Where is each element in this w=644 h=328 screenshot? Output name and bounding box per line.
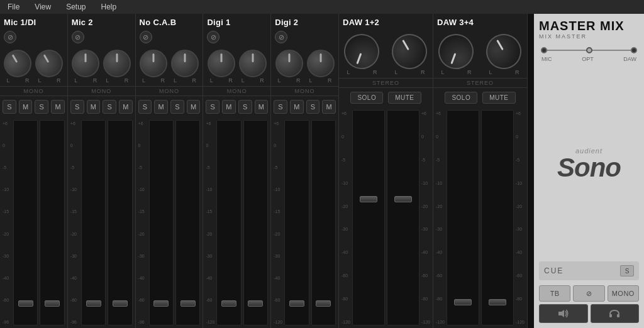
fader-handle-nocab-l[interactable]	[153, 300, 169, 307]
fader-handle-mic2-l[interactable]	[86, 300, 101, 307]
fader-area-daw12: +60-5-10-20-30-40-60-80-120 +60-5-10-20-…	[339, 107, 433, 328]
mute-btn-daw12[interactable]: MUTE	[388, 92, 421, 104]
fader-rail-daw12-l[interactable]	[352, 110, 385, 325]
cue-label: CUE	[544, 266, 564, 275]
solo-btn-mic2-r[interactable]: S	[103, 100, 116, 114]
fader-rail-nocab-r[interactable]	[175, 120, 200, 325]
knob-left-nocab[interactable]	[140, 50, 167, 77]
channel-header-mic1di: Mic 1/DI ⊘	[0, 14, 67, 45]
channel-digi1: Digi 1 ⊘ LR LR MONO	[203, 14, 271, 328]
solo-btn-mic2-l[interactable]: S	[70, 100, 84, 114]
mute-btn-mic2-r[interactable]: M	[119, 100, 133, 114]
fader-handle-mic2-r[interactable]	[113, 300, 128, 307]
solo-btn-daw34[interactable]: SOLO	[445, 92, 477, 104]
mute-btn-mic1di-l[interactable]: M	[19, 100, 33, 114]
solo-btn-mic1di-l[interactable]: S	[3, 100, 16, 114]
fader-handle-daw12-r[interactable]	[394, 196, 412, 202]
fader-rail-digi2-l[interactable]	[284, 120, 309, 325]
channel-digi2: Digi 2 ⊘ LR LR MONO	[271, 14, 339, 328]
phase-button-mic1di-l[interactable]: ⊘	[4, 31, 16, 43]
knob-right-daw34[interactable]	[480, 28, 528, 75]
knob-left-daw12[interactable]	[340, 29, 385, 74]
fader-rail-mic1di-l[interactable]	[13, 120, 38, 325]
fader-rail-mic2-r[interactable]	[108, 120, 132, 325]
knob-right-nocab[interactable]	[171, 50, 199, 77]
fader-handle-daw12-l[interactable]	[360, 196, 377, 202]
solo-btn-nocab-l[interactable]: S	[138, 100, 152, 114]
fader-handle-mic1di-r[interactable]	[45, 300, 60, 307]
knob-left-digi2[interactable]	[275, 50, 303, 77]
monitor-button[interactable]	[539, 304, 588, 323]
menu-setup[interactable]: Setup	[64, 1, 88, 13]
mono-button[interactable]: MONO	[608, 285, 639, 302]
mute-btn-digi1-r[interactable]: M	[255, 100, 269, 114]
phase-button-digi1[interactable]: ⊘	[207, 31, 219, 43]
fader-rail-digi1-r[interactable]	[243, 120, 268, 325]
fader-rail-mic2-l[interactable]	[81, 120, 106, 325]
solo-btn-digi1-r[interactable]: S	[238, 100, 252, 114]
fader-handle-daw34-r[interactable]	[489, 299, 506, 305]
solo-btn-digi1-l[interactable]: S	[206, 100, 219, 114]
fader-rail-nocab-l[interactable]	[149, 120, 174, 325]
menu-help[interactable]: Help	[99, 1, 119, 13]
knob-right-digi1[interactable]	[239, 50, 267, 77]
fader-rail-mic1di-r[interactable]	[40, 120, 64, 325]
knob-r-daw34: LR	[486, 34, 521, 75]
knob-right-daw12[interactable]	[386, 28, 433, 75]
fader-rail-digi2-r[interactable]	[311, 120, 336, 325]
fader-handle-digi2-r[interactable]	[316, 300, 331, 307]
source-dot-daw[interactable]	[631, 47, 637, 53]
phase-button-mic2[interactable]: ⊘	[72, 31, 84, 43]
source-dot-opt[interactable]	[586, 47, 592, 53]
fader-rail-digi1-l[interactable]	[216, 120, 241, 325]
menu-view[interactable]: View	[32, 1, 53, 13]
phase-button-digi2[interactable]: ⊘	[275, 31, 287, 43]
channel-daw34: DAW 3+4 LR LR STEREO SOLO MUTE	[433, 14, 528, 328]
scrollbar[interactable]	[528, 14, 534, 328]
channel-header-daw34: DAW 3+4	[433, 14, 527, 29]
solo-btn-digi2-l[interactable]: S	[274, 100, 287, 114]
fader-rail-daw34-l[interactable]	[447, 110, 479, 325]
fader-handle-nocab-r[interactable]	[180, 300, 196, 307]
bottom-buttons: TB ⊘ MONO	[539, 285, 639, 323]
solo-btn-nocab-r[interactable]: S	[170, 100, 184, 114]
mute-btn-nocab-r[interactable]: M	[187, 100, 201, 114]
fader-handle-daw34-l[interactable]	[454, 299, 472, 305]
channel-header-digi1: Digi 1 ⊘	[203, 14, 270, 45]
mute-btn-digi2-l[interactable]: M	[290, 100, 304, 114]
right-panel: MASTER MIX MIX MASTER MIC OPT DAW audien…	[534, 14, 644, 328]
source-label-daw: DAW	[623, 56, 636, 62]
fader-handle-digi1-r[interactable]	[248, 300, 263, 307]
fader-handle-digi2-l[interactable]	[289, 300, 304, 307]
fader-handle-mic1di-l[interactable]	[18, 300, 33, 307]
solo-btn-daw12[interactable]: SOLO	[350, 92, 383, 104]
phase-small-button[interactable]: ⊘	[573, 285, 604, 302]
fader-rail-daw12-r[interactable]	[387, 110, 419, 325]
menu-file[interactable]: File	[5, 1, 22, 13]
solo-btn-mic1di-r[interactable]: S	[35, 100, 48, 114]
mute-btn-daw34[interactable]: MUTE	[482, 92, 515, 104]
phase-button-nocab[interactable]: ⊘	[140, 31, 152, 43]
knob-right-digi2[interactable]	[307, 50, 335, 77]
cue-s-button[interactable]: S	[620, 265, 634, 276]
mute-btn-mic1di-r[interactable]: M	[51, 100, 65, 114]
sm-area-mic2: S M S M	[68, 96, 135, 118]
solo-btn-digi2-r[interactable]: S	[306, 100, 320, 114]
mute-btn-nocab-l[interactable]: M	[154, 100, 168, 114]
mute-btn-digi1-l[interactable]: M	[222, 100, 236, 114]
knob-left-daw34[interactable]	[434, 29, 479, 74]
fader-area-digi1: +60-5-10-15-20-30-40-60-120	[203, 118, 270, 328]
knob-left-digi1[interactable]	[208, 50, 235, 77]
tb-button[interactable]: TB	[539, 285, 570, 302]
fader-handle-digi1-l[interactable]	[221, 300, 236, 307]
knob-left-mic2[interactable]	[72, 50, 99, 77]
mute-btn-mic2-l[interactable]: M	[87, 100, 101, 114]
mute-btn-digi2-r[interactable]: M	[322, 100, 336, 114]
fader-rail-daw34-r[interactable]	[481, 110, 514, 325]
source-dot-mic[interactable]	[541, 47, 547, 53]
fader-area-digi2: +60-5-10-15-20-30-40-60-120	[271, 118, 338, 328]
channel-daw12: DAW 1+2 LR LR STEREO SOLO MUTE	[339, 14, 433, 328]
headphone-button[interactable]	[591, 304, 640, 323]
knob-right-mic2[interactable]	[103, 50, 131, 77]
knob-r-mic2: LR	[103, 50, 131, 84]
